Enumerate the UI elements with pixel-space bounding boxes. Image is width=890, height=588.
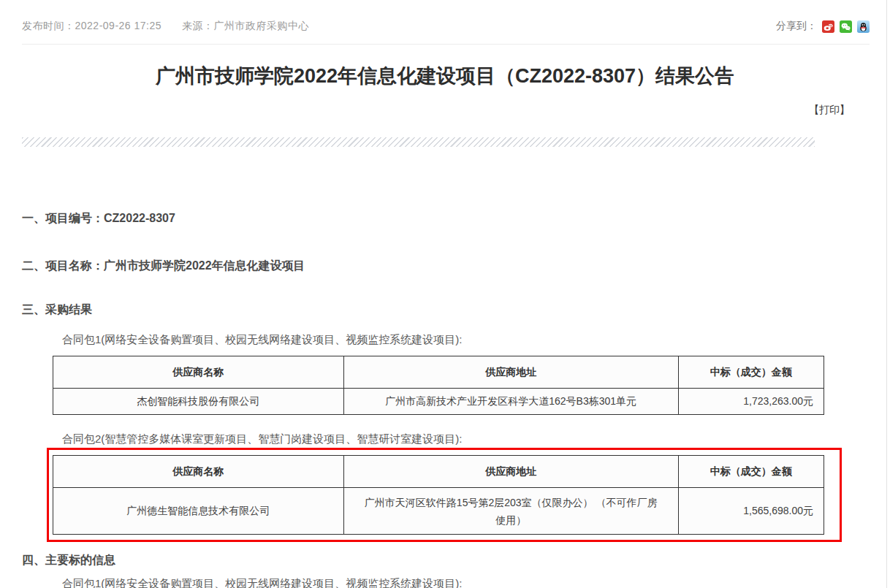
- project-number-value: CZ2022-8307: [104, 212, 175, 224]
- project-name-label: 二、项目名称：: [22, 259, 104, 272]
- table-header-row: 供应商名称 供应商地址 中标（成交）金额: [53, 356, 824, 389]
- table-row: 杰创智能科技股份有限公司 广州市高新技术产业开发区科学大道162号B3栋301单…: [53, 389, 824, 415]
- announcement-page: 发布时间：2022-09-26 17:25来源：广州市政府采购中心 分享到：: [0, 0, 890, 588]
- award-amount-cell: 1,565,698.00元: [678, 488, 824, 535]
- project-name-value: 广州市技师学院2022年信息化建设项目: [104, 259, 305, 272]
- wechat-share-icon[interactable]: [840, 20, 852, 33]
- publish-time-value: 2022-09-26 17:25: [75, 20, 162, 31]
- section-project-name: 二、项目名称：广州市技师学院2022年信息化建设项目: [22, 259, 890, 273]
- table-header-row: 供应商名称 供应商地址 中标（成交）金额: [53, 456, 824, 488]
- source-label: 来源：: [182, 20, 214, 31]
- project-number-label: 一、项目编号：: [22, 212, 104, 224]
- section-project-number: 一、项目编号：CZ2022-8307: [22, 211, 890, 226]
- main-subject-info-heading: 四、主要标的信息: [22, 554, 115, 566]
- package-2-intro: 合同包2(智慧管控多媒体课室更新项目、智慧门岗建设项目、智慧研讨室建设项目):: [62, 431, 890, 446]
- page-title: 广州市技师学院2022年信息化建设项目（CZ2022-8307）结果公告: [44, 63, 846, 89]
- supplier-address-cell: 广州市高新技术产业开发区科学大道162号B3栋301单元: [343, 389, 678, 415]
- result-table-package-1: 供应商名称 供应商地址 中标（成交）金额 杰创智能科技股份有限公司 广州市高新技…: [53, 356, 824, 415]
- share-bar: 分享到：: [776, 20, 870, 33]
- col-supplier-address: 供应商地址: [343, 356, 678, 389]
- section-main-subject-info: 四、主要标的信息: [22, 553, 890, 568]
- share-label: 分享到：: [776, 20, 817, 33]
- source-value: 广州市政府采购中心: [214, 20, 310, 31]
- section-procurement-result: 三、采购结果: [22, 302, 890, 317]
- clipped-bottom-text: 合同包1(网络安全设备购置项目、校园无线网络建设项目、视频监控系统建设项目):: [62, 576, 890, 588]
- col-award-amount: 中标（成交）金额: [678, 456, 824, 488]
- col-supplier-address: 供应商地址: [343, 456, 678, 488]
- procurement-result-heading: 三、采购结果: [22, 303, 92, 316]
- qq-share-icon[interactable]: [857, 20, 870, 33]
- meta-bar: 发布时间：2022-09-26 17:25来源：广州市政府采购中心 分享到：: [22, 0, 870, 45]
- hatched-divider: [22, 137, 815, 147]
- print-row: 【打印】: [0, 104, 850, 116]
- award-amount-cell: 1,723,263.00元: [678, 389, 824, 415]
- package-1-intro: 合同包1(网络安全设备购置项目、校园无线网络建设项目、视频监控系统建设项目):: [62, 332, 890, 347]
- highlighted-table-container: 供应商名称 供应商地址 中标（成交）金额 广州德生智能信息技术有限公司 广州市天…: [0, 455, 890, 535]
- col-supplier-name: 供应商名称: [53, 356, 344, 389]
- publish-time-label: 发布时间：: [22, 20, 75, 31]
- col-award-amount: 中标（成交）金额: [678, 356, 824, 389]
- print-button[interactable]: 【打印】: [809, 104, 850, 115]
- table-row: 广州德生智能信息技术有限公司 广州市天河区软件路15号第2层203室（仅限办公）…: [53, 488, 824, 535]
- col-supplier-name: 供应商名称: [53, 456, 344, 488]
- supplier-address-cell: 广州市天河区软件路15号第2层203室（仅限办公） （不可作厂房使用）: [343, 488, 678, 535]
- publish-info: 发布时间：2022-09-26 17:25来源：广州市政府采购中心: [22, 20, 309, 33]
- supplier-name-cell: 杰创智能科技股份有限公司: [53, 389, 344, 415]
- supplier-name-cell: 广州德生智能信息技术有限公司: [53, 488, 344, 535]
- page-right-edge-line: [886, 0, 887, 588]
- result-table-package-2: 供应商名称 供应商地址 中标（成交）金额 广州德生智能信息技术有限公司 广州市天…: [53, 455, 824, 535]
- weibo-share-icon[interactable]: [822, 20, 834, 33]
